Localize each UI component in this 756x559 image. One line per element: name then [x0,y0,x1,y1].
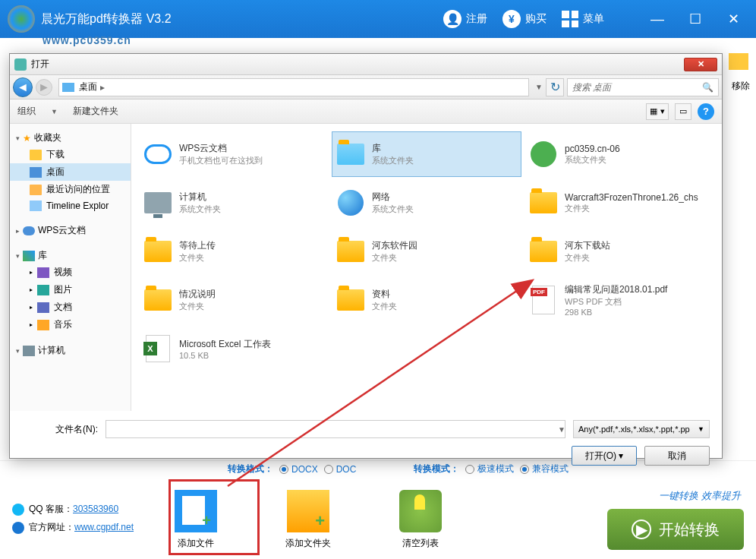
qq-link[interactable]: 303583960 [73,504,118,514]
open-file-dialog: 打开 ✕ ◄ ► 桌面 ▸ ▼ ↻ 🔍 组织 ▼ 新建文件夹 ▦ ▾ ▭ ? ▾… [9,53,723,459]
add-folder-icon: + [287,490,329,532]
start-convert-button[interactable]: ▶ 开始转换 [607,509,744,550]
app-bottom-panel: 转换格式： DOCX DOC 转换模式： 极速模式 兼容模式 QQ 客服：303… [0,460,756,559]
qq-icon [12,504,24,516]
breadcrumb[interactable]: 桌面 ▸ [58,78,529,96]
file-item[interactable]: WPS云文档手机文档也可在这找到 [139,131,329,177]
sidebar-music[interactable]: ▸音乐 [10,316,131,333]
dialog-nav: ◄ ► 桌面 ▸ ▼ ↻ 🔍 [10,75,722,99]
minimize-button[interactable]: ― [642,8,673,30]
add-file-icon: + [175,490,217,532]
play-icon: ▶ [632,520,651,539]
file-item[interactable]: Warcraft3FrozenThrone1.26_chs文件夹 [524,180,714,226]
sidebar-wps-cloud[interactable]: ▸WPS云文档 [10,223,131,238]
dialog-titlebar: 打开 ✕ [10,54,722,75]
website-link[interactable]: www.cgpdf.net [74,522,134,532]
file-item[interactable]: pc0359.cn-06系统文件夹 [524,131,714,177]
new-folder-button[interactable]: 新建文件夹 [73,105,118,118]
watermark: www.pc0359.cn [43,34,131,46]
file-item[interactable]: 河东软件园文件夹 [332,229,521,274]
refresh-button[interactable]: ↻ [546,78,564,96]
dialog-icon [14,58,27,71]
breadcrumb-dropdown-icon[interactable]: ▼ [535,83,543,91]
nav-forward-button[interactable]: ► [36,79,52,96]
dialog-toolbar: 组织 ▼ 新建文件夹 ▦ ▾ ▭ ? [10,99,722,124]
maximize-button[interactable]: ☐ [680,8,710,30]
user-icon: 👤 [443,10,461,28]
search-icon: 🔍 [702,82,713,93]
file-item[interactable]: 库系统文件夹 [332,131,521,177]
sidebar-picture[interactable]: ▸图片 [10,281,131,298]
yen-icon: ¥ [502,10,521,28]
file-item[interactable]: 资料文件夹 [332,277,521,323]
clear-list-button[interactable]: 清空列表 [399,490,442,550]
sidebar-timeline[interactable]: Timeline Explor [10,198,131,213]
folder-icon [729,53,748,70]
help-button[interactable]: ? [698,103,714,120]
register-button[interactable]: 👤 注册 [443,10,487,28]
open-button[interactable]: 打开(O) ▾ [572,446,637,466]
preview-button[interactable]: ▭ [675,103,691,120]
dialog-close-button[interactable]: ✕ [684,58,717,71]
slogan-text: 一键转换 效率提升 [659,489,741,503]
sidebar-desktop[interactable]: 桌面 [10,163,131,181]
sidebar-downloads[interactable]: 下载 [10,146,131,163]
file-item[interactable]: 情况说明文件夹 [139,277,329,323]
sidebar-library[interactable]: ▾库 [10,248,131,264]
file-item[interactable]: Microsoft Excel 工作表10.5 KB [139,326,329,371]
sidebar-favorites[interactable]: ▾★收藏夹 [10,130,131,146]
desktop-icon [62,83,74,92]
grid-icon [562,11,578,27]
dialog-footer: 文件名(N): ▼ Any(*.pdf,*.xls,*.xlsx,*.ppt,*… [10,411,722,475]
sidebar-recent[interactable]: 最近访问的位置 [10,181,131,198]
sidebar-video[interactable]: ▸视频 [10,264,131,281]
contact-info: QQ 客服：303583960 官方网址：www.cgpdf.net [12,500,134,536]
sidebar-document[interactable]: ▸文档 [10,298,131,316]
menu-button[interactable]: 菜单 [562,11,604,27]
remove-label: 移除 [732,80,750,93]
filename-input[interactable] [106,420,565,438]
file-item[interactable]: 网络系统文件夹 [332,180,521,226]
organize-button[interactable]: 组织 [17,105,36,118]
nav-back-button[interactable]: ◄ [13,77,33,97]
sidebar: ▾★收藏夹 下载 桌面 最近访问的位置 Timeline Explor ▸WPS… [10,124,131,411]
dialog-title: 打开 [31,58,684,71]
buy-button[interactable]: ¥ 购买 [502,10,547,28]
app-titlebar: 晨光万能pdf转换器 V3.2 👤 注册 ¥ 购买 菜单 ― ☐ ✕ [0,0,756,38]
cancel-button[interactable]: 取消 [644,446,710,466]
chevron-right-icon: ▸ [100,82,105,93]
close-button[interactable]: ✕ [718,8,748,30]
filename-label: 文件名(N): [22,423,98,436]
app-logo [8,5,35,33]
app-title: 晨光万能pdf转换器 V3.2 [41,11,443,27]
view-mode-button[interactable]: ▦ ▾ [646,103,669,120]
file-grid: WPS云文档手机文档也可在这找到库系统文件夹pc0359.cn-06系统文件夹计… [131,124,722,411]
add-file-button[interactable]: + 添加文件 [175,490,217,550]
file-item[interactable]: 河东下载站文件夹 [524,229,714,274]
file-item[interactable]: 等待上传文件夹 [139,229,329,274]
globe-icon [12,522,24,534]
search-input[interactable]: 🔍 [567,78,719,96]
filetype-filter[interactable]: Any(*.pdf,*.xls,*.xlsx,*.ppt,*.pp▼ [573,420,710,438]
file-item[interactable]: 编辑常见问题2018.01.pdfWPS PDF 文档298 KB [524,277,714,323]
add-folder-button[interactable]: + 添加文件夹 [285,490,331,550]
sidebar-computer[interactable]: ▾计算机 [10,343,131,358]
clear-icon [399,490,442,532]
file-item[interactable]: 计算机系统文件夹 [139,180,329,226]
